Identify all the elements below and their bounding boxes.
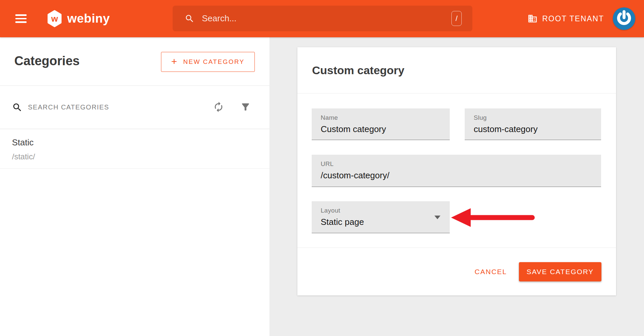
category-url: /static/ (12, 152, 257, 162)
filter-button[interactable] (238, 99, 253, 115)
webiny-logo-icon[interactable]: w (47, 10, 62, 27)
category-form-card: Custom category Name Slug URL Layout Sta… (297, 47, 616, 295)
cancel-button[interactable]: CANCEL (473, 264, 509, 279)
name-input[interactable] (321, 124, 436, 134)
slug-input[interactable] (474, 124, 588, 134)
name-field-label: Name (321, 114, 450, 121)
filter-icon (240, 101, 251, 112)
search-icon (12, 102, 23, 113)
global-search-input[interactable] (202, 13, 451, 24)
top-app-bar: w webiny / ROOT TENANT (0, 0, 644, 37)
global-search-bar: / (173, 6, 472, 31)
url-field: URL (312, 155, 601, 187)
name-field: Name (312, 108, 450, 140)
category-list: Static /static/ (0, 129, 269, 169)
slug-field-label: Slug (474, 114, 601, 121)
layout-select-label: Layout (321, 207, 450, 214)
content-area: Custom category Name Slug URL Layout Sta… (269, 37, 644, 336)
category-list-item[interactable]: Static /static/ (0, 129, 269, 169)
refresh-icon (213, 101, 224, 112)
form-footer: CANCEL SAVE CATEGORY (297, 248, 616, 295)
layout-select[interactable]: Layout Static page (312, 201, 450, 233)
layout-selected-value: Static page (321, 217, 436, 227)
refresh-button[interactable] (211, 99, 226, 115)
building-icon (528, 14, 538, 24)
tenant-selector[interactable]: ROOT TENANT (528, 0, 604, 37)
form-title: Custom category (312, 64, 404, 77)
form-header: Custom category (297, 47, 616, 93)
url-field-label: URL (321, 160, 601, 168)
save-category-button[interactable]: SAVE CATEGORY (519, 262, 601, 281)
url-input[interactable] (321, 170, 588, 181)
search-icon (185, 14, 195, 24)
categories-panel: Categories + NEW CATEGORY Static /static… (0, 37, 269, 336)
user-avatar[interactable] (613, 7, 635, 30)
brand-wordmark: webiny (67, 0, 110, 37)
category-search-input[interactable] (28, 103, 161, 111)
page-title: Categories (14, 54, 80, 68)
menu-icon[interactable] (15, 14, 27, 23)
slug-field: Slug (465, 108, 601, 140)
tenant-label: ROOT TENANT (542, 14, 604, 23)
chevron-down-icon (434, 216, 440, 219)
category-search-row (0, 86, 269, 129)
plus-icon: + (171, 56, 178, 67)
categories-panel-header: Categories + NEW CATEGORY (0, 37, 269, 86)
slash-shortcut-hint: / (451, 11, 462, 26)
new-category-button[interactable]: + NEW CATEGORY (161, 52, 255, 72)
new-category-button-label: NEW CATEGORY (183, 58, 244, 66)
logo-letter: w (51, 14, 58, 24)
category-name: Static (12, 136, 257, 148)
slash-key-label: / (455, 14, 457, 23)
